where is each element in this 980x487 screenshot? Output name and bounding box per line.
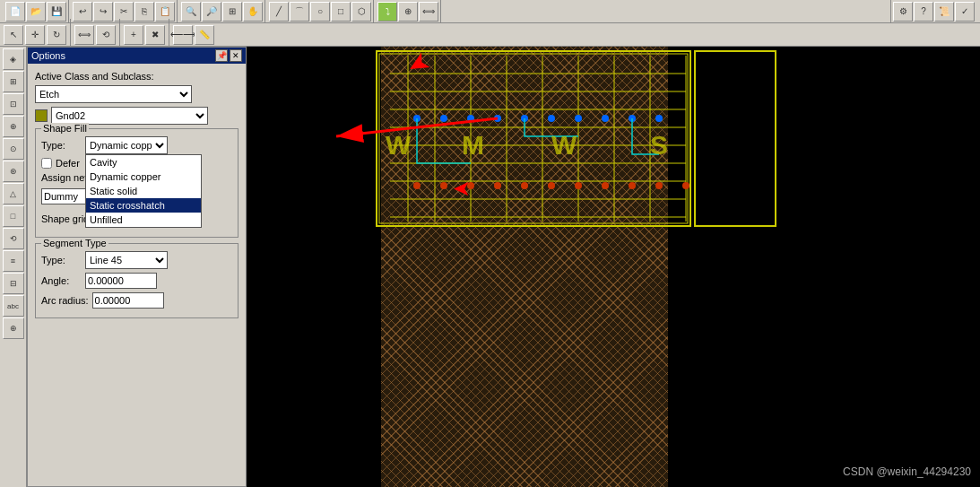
svg-point-30 (655, 182, 663, 189)
dropdown-item-dynamic-copper[interactable]: Dynamic copper (86, 170, 201, 184)
sidebar-btn-7[interactable]: △ (3, 183, 24, 204)
spin-btn[interactable]: ⟲ (96, 25, 116, 45)
toolbar-row-1: 📄 📂 💾 ↩ ↪ ✂ ⎘ 📋 🔍 🔎 ⊞ ✋ ╱ ⌒ ○ □ ⬡ ⤵ ⊕ ⟺ (0, 0, 980, 23)
svg-text:W: W (386, 130, 412, 160)
titlebar-buttons: 📌 ✕ (215, 49, 242, 62)
watermark: CSDN @weixin_44294230 (843, 465, 971, 478)
measure-btn[interactable]: ⟵⟶ (173, 25, 193, 45)
seg-type-label: Type: (41, 255, 82, 265)
svg-point-37 (548, 115, 555, 122)
copy-btn[interactable]: ⎘ (134, 2, 154, 22)
angle-row: Angle: (41, 273, 232, 289)
via-btn[interactable]: ⊕ (398, 2, 418, 22)
pcb-area: W M W S ➤ ➤ CSDN @weixin_44294230 (247, 47, 980, 487)
options-titlebar: Options 📌 ✕ (28, 48, 246, 64)
poly-btn[interactable]: ⬡ (351, 2, 371, 22)
shape-grid-label: Shape grid: (41, 213, 91, 224)
svg-text:W: W (551, 130, 577, 160)
sidebar-btn-8[interactable]: □ (3, 205, 24, 227)
defer-checkbox[interactable] (41, 158, 52, 169)
sidebar-btn-6[interactable]: ⊛ (3, 161, 24, 182)
dropdown-item-static-solid[interactable]: Static solid (86, 184, 201, 198)
sidebar-btn-10[interactable]: ≡ (3, 250, 24, 272)
segment-type-title: Segment Type (41, 238, 108, 248)
settings-btn[interactable]: ⚙ (893, 2, 913, 22)
dropdown-item-unfilled[interactable]: Unfilled (86, 213, 201, 227)
save-btn[interactable]: 💾 (47, 2, 66, 22)
sidebar-btn-3[interactable]: ⊡ (3, 93, 24, 115)
sidebar-btn-4[interactable]: ⊕ (3, 116, 24, 137)
script-btn[interactable]: 📜 (934, 2, 954, 22)
type-dropdown-container: Dynamic copper Cavity Dynamic copper Sta… (85, 136, 168, 154)
rotate-btn[interactable]: ↻ (47, 25, 66, 45)
select-btn[interactable]: ↖ (4, 25, 23, 45)
circle-btn[interactable]: ○ (310, 2, 330, 22)
check-btn[interactable]: ✓ (955, 2, 975, 22)
cut-btn[interactable]: ✂ (114, 2, 134, 22)
sidebar-btn-11[interactable]: ⊟ (3, 273, 24, 294)
zoom-fit-btn[interactable]: ⊞ (222, 2, 242, 22)
close-btn[interactable]: ✕ (230, 49, 242, 62)
left-sidebar: ◈ ⊞ ⊡ ⊕ ⊙ ⊛ △ □ ⟲ ≡ ⊟ abc ⊕ (0, 47, 27, 487)
route-btn[interactable]: ⤵ (377, 2, 397, 22)
svg-point-21 (413, 182, 421, 189)
svg-point-33 (440, 115, 447, 122)
pin-btn[interactable]: 📌 (215, 49, 228, 62)
open-btn[interactable]: 📂 (26, 2, 46, 22)
svg-point-25 (521, 182, 528, 189)
svg-point-28 (602, 182, 609, 189)
svg-rect-1 (379, 54, 688, 223)
add-btn[interactable]: + (124, 25, 143, 45)
options-panel: Options 📌 ✕ Active Class and Subclass: E… (27, 47, 247, 487)
sidebar-btn-2[interactable]: ⊞ (3, 71, 24, 92)
new-btn[interactable]: 📄 (5, 2, 25, 22)
angle-input[interactable] (85, 273, 157, 289)
segment-type-content: Type: Line 45 Angle: Arc radius: (41, 251, 232, 309)
svg-point-39 (602, 115, 609, 122)
dropdown-item-cavity[interactable]: Cavity (86, 155, 201, 170)
toolbars-container: 📄 📂 💾 ↩ ↪ ✂ ⎘ 📋 🔍 🔎 ⊞ ✋ ╱ ⌒ ○ □ ⬡ ⤵ ⊕ ⟺ (0, 0, 980, 47)
type-row: Type: Dynamic copper Cavity Dynamic copp… (41, 136, 232, 154)
zoom-out-btn[interactable]: 🔎 (202, 2, 221, 22)
defer-label: Defer (56, 158, 80, 169)
del-btn[interactable]: ✖ (145, 25, 165, 45)
shape-fill-group: Shape Fill Type: Dynamic copper Cavity D… (35, 128, 238, 238)
svg-rect-2 (695, 51, 776, 226)
rect-btn[interactable]: □ (331, 2, 351, 22)
undo-btn[interactable]: ↩ (73, 2, 92, 22)
ruler-btn[interactable]: 📏 (195, 25, 214, 45)
svg-text:M: M (462, 130, 484, 160)
arc-radius-input[interactable] (92, 292, 164, 309)
segment-type-select[interactable]: Line 45 (85, 251, 168, 269)
svg-point-27 (575, 182, 582, 189)
active-class-row: Etch (35, 85, 238, 103)
svg-point-29 (629, 182, 636, 189)
redo-btn[interactable]: ↪ (93, 2, 113, 22)
sidebar-btn-1[interactable]: ◈ (3, 48, 24, 70)
arc-btn[interactable]: ⌒ (290, 2, 309, 22)
dropdown-item-static-crosshatch[interactable]: Static crosshatch (86, 198, 201, 213)
active-subclass-select[interactable]: Gnd02 (51, 107, 208, 125)
sidebar-btn-9[interactable]: ⟲ (3, 228, 24, 249)
toolbar-row-2: ↖ ✛ ↻ ⟺ ⟲ + ✖ ⟵⟶ 📏 (0, 23, 980, 47)
shape-fill-type-select[interactable]: Dynamic copper (85, 136, 168, 154)
mirror-btn[interactable]: ⟺ (74, 25, 94, 45)
paste-btn[interactable]: 📋 (155, 2, 175, 22)
arc-radius-label: Arc radius: (41, 295, 89, 306)
svg-point-22 (440, 182, 447, 189)
help-btn[interactable]: ? (914, 2, 933, 22)
sidebar-btn-13[interactable]: ⊕ (3, 317, 24, 339)
svg-point-38 (575, 115, 582, 122)
sidebar-btn-abc[interactable]: abc (3, 295, 24, 317)
shape-fill-content: Type: Dynamic copper Cavity Dynamic copp… (41, 136, 232, 228)
pan-btn[interactable]: ✋ (243, 2, 263, 22)
line-btn[interactable]: ╱ (269, 2, 289, 22)
main-canvas: W M W S ➤ ➤ CSDN @weixin_44294230 (247, 47, 980, 487)
arc-radius-row: Arc radius: (41, 292, 232, 309)
active-class-select[interactable]: Etch (35, 85, 192, 103)
pcb-svg: W M W S (247, 47, 980, 487)
sidebar-btn-5[interactable]: ⊙ (3, 138, 24, 160)
fanout-btn[interactable]: ⟺ (419, 2, 438, 22)
move-btn[interactable]: ✛ (25, 25, 45, 45)
zoom-in-btn[interactable]: 🔍 (181, 2, 201, 22)
